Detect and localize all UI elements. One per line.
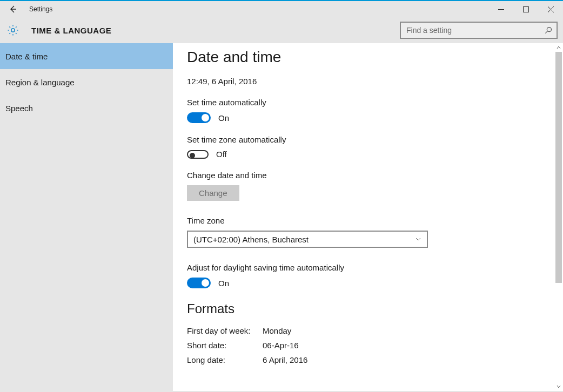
set-time-auto-toggle[interactable] xyxy=(187,112,211,123)
dst-row: On xyxy=(187,278,549,288)
search-input[interactable] xyxy=(406,26,544,35)
search-box[interactable] xyxy=(400,22,558,39)
format-row: Short date: 06-Apr-16 xyxy=(187,341,549,350)
set-time-auto-state: On xyxy=(218,113,229,123)
format-label: Short date: xyxy=(187,341,263,350)
minimize-button[interactable] xyxy=(488,1,513,17)
page-title: Date and time xyxy=(187,49,549,66)
window-title: Settings xyxy=(29,5,52,13)
format-value: 6 April, 2016 xyxy=(263,355,307,364)
maximize-button[interactable] xyxy=(513,1,538,17)
scroll-thumb[interactable] xyxy=(555,52,562,283)
current-datetime: 12:49, 6 April, 2016 xyxy=(187,77,549,86)
format-label: First day of week: xyxy=(187,326,263,335)
category-title: TIME & LANGUAGE xyxy=(31,26,111,35)
dst-label: Adjust for daylight saving time automati… xyxy=(187,263,549,272)
header: TIME & LANGUAGE xyxy=(0,17,563,43)
change-dt-label: Change date and time xyxy=(187,171,549,180)
body: Date & time Region & language Speech Dat… xyxy=(0,43,563,391)
svg-rect-1 xyxy=(523,6,528,12)
timezone-value: (UTC+02:00) Athens, Bucharest xyxy=(193,235,309,244)
sidebar-item-date-time[interactable]: Date & time xyxy=(0,43,173,69)
sidebar-item-label: Region & language xyxy=(5,78,75,87)
sidebar-item-label: Date & time xyxy=(5,52,48,61)
set-tz-auto-row: Off xyxy=(187,150,549,159)
formats-table: First day of week: Monday Short date: 06… xyxy=(187,326,549,364)
timezone-label: Time zone xyxy=(187,216,549,225)
sidebar-item-label: Speech xyxy=(5,104,33,113)
sidebar-item-region-language[interactable]: Region & language xyxy=(0,69,173,95)
window-controls xyxy=(488,1,563,17)
set-tz-auto-toggle[interactable] xyxy=(187,150,209,159)
svg-line-6 xyxy=(545,31,547,33)
format-row: Long date: 6 April, 2016 xyxy=(187,355,549,364)
dst-state: On xyxy=(218,279,229,288)
dst-toggle[interactable] xyxy=(187,278,211,288)
format-value: Monday xyxy=(263,326,291,335)
minimize-icon xyxy=(498,6,504,12)
back-button[interactable] xyxy=(0,1,26,17)
scroll-up-button[interactable] xyxy=(554,43,563,52)
search-icon xyxy=(544,26,552,35)
scrollbar[interactable] xyxy=(554,43,563,391)
sidebar: Date & time Region & language Speech xyxy=(0,43,173,391)
chevron-up-icon xyxy=(556,45,561,50)
chevron-down-icon xyxy=(556,384,561,389)
back-arrow-icon xyxy=(9,5,17,13)
set-time-auto-label: Set time automatically xyxy=(187,98,549,107)
set-tz-auto-state: Off xyxy=(216,150,227,159)
sidebar-item-speech[interactable]: Speech xyxy=(0,95,173,121)
set-tz-auto-label: Set time zone automatically xyxy=(187,135,549,144)
close-icon xyxy=(548,6,554,12)
change-button: Change xyxy=(187,185,239,201)
titlebar: Settings xyxy=(0,1,563,17)
scroll-down-button[interactable] xyxy=(554,382,563,391)
set-time-auto-row: On xyxy=(187,112,549,123)
chevron-down-icon xyxy=(415,236,421,242)
timezone-select[interactable]: (UTC+02:00) Athens, Bucharest xyxy=(187,231,428,248)
format-label: Long date: xyxy=(187,355,263,364)
format-row: First day of week: Monday xyxy=(187,326,549,335)
content: Date and time 12:49, 6 April, 2016 Set t… xyxy=(173,43,563,391)
close-button[interactable] xyxy=(538,1,563,17)
svg-point-4 xyxy=(11,29,15,32)
formats-heading: Formats xyxy=(187,301,549,316)
format-value: 06-Apr-16 xyxy=(263,341,299,350)
scroll-track[interactable] xyxy=(554,52,563,382)
change-button-label: Change xyxy=(199,188,227,198)
maximize-icon xyxy=(523,6,529,12)
gear-icon xyxy=(6,24,19,37)
